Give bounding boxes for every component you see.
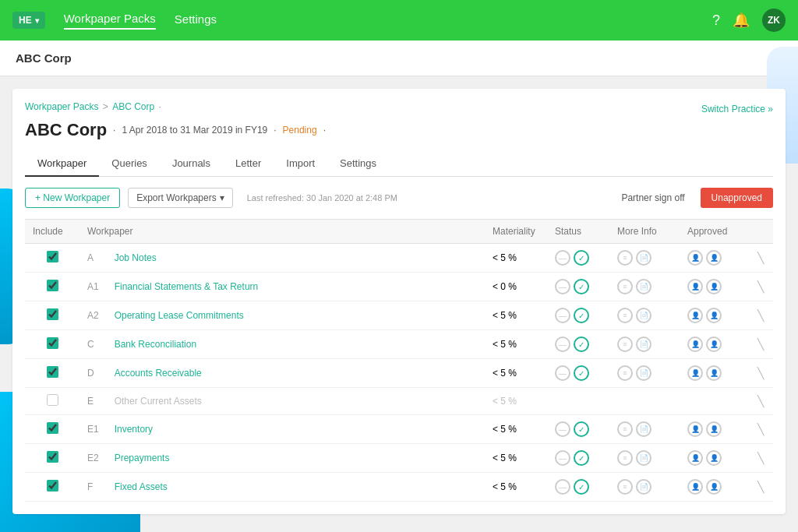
- moreinfo-icon2[interactable]: 📄: [636, 421, 651, 437]
- moreinfo-icon2[interactable]: 📄: [636, 365, 651, 381]
- status-icons: — ✓: [555, 421, 602, 437]
- include-checkbox[interactable]: [47, 394, 58, 406]
- status-icon-check[interactable]: ✓: [574, 450, 589, 466]
- include-checkbox[interactable]: [47, 308, 58, 320]
- nav-logo[interactable]: HE ▾: [12, 12, 45, 29]
- approved-icon2[interactable]: 👤: [706, 279, 722, 294]
- row-action-icon[interactable]: ╲: [757, 481, 764, 493]
- status-icon-check[interactable]: ✓: [574, 279, 589, 294]
- td-action: ╲: [750, 473, 773, 502]
- workpaper-link[interactable]: Financial Statements & Tax Return: [115, 281, 259, 292]
- status-icon-minus[interactable]: —: [555, 250, 570, 266]
- approved-icon2[interactable]: 👤: [706, 421, 722, 437]
- td-code: A1: [79, 273, 107, 301]
- status-icon-minus[interactable]: —: [555, 308, 570, 323]
- moreinfo-icon2[interactable]: 📄: [636, 336, 651, 352]
- row-action-icon[interactable]: ╲: [757, 338, 764, 351]
- row-action-icon[interactable]: ╲: [757, 452, 764, 464]
- avatar[interactable]: ZK: [762, 9, 786, 32]
- approved-icon2[interactable]: 👤: [706, 308, 722, 323]
- workpaper-link[interactable]: Accounts Receivable: [115, 368, 202, 379]
- workpaper-link[interactable]: Bank Reconciliation: [115, 339, 196, 350]
- switch-practice-link[interactable]: Switch Practice »: [701, 104, 773, 115]
- nav-link-workpaper-packs[interactable]: Workpaper Packs: [64, 12, 156, 30]
- moreinfo-icon1[interactable]: ≡: [617, 421, 633, 437]
- tab-letter[interactable]: Letter: [223, 151, 274, 177]
- tab-import[interactable]: Import: [274, 151, 327, 177]
- bell-icon[interactable]: 🔔: [733, 12, 750, 29]
- approved-icon1[interactable]: 👤: [687, 365, 703, 381]
- nav-link-settings[interactable]: Settings: [175, 12, 217, 29]
- status-icon-check[interactable]: ✓: [574, 308, 589, 323]
- include-checkbox[interactable]: [47, 337, 58, 349]
- moreinfo-icon1[interactable]: ≡: [617, 279, 633, 294]
- approved-icon2[interactable]: 👤: [706, 250, 722, 266]
- td-approved: 👤 👤: [680, 444, 750, 473]
- workpaper-link[interactable]: Inventory: [115, 424, 153, 435]
- status-icon-minus[interactable]: —: [555, 279, 570, 294]
- td-status: [547, 388, 609, 415]
- moreinfo-icon1[interactable]: ≡: [617, 479, 633, 495]
- approved-icon1[interactable]: 👤: [687, 308, 703, 323]
- include-checkbox[interactable]: [47, 280, 58, 291]
- client-status[interactable]: Pending: [283, 125, 317, 136]
- moreinfo-icon1[interactable]: ≡: [617, 308, 633, 323]
- export-workpapers-button[interactable]: Export Workpapers ▾: [128, 188, 233, 208]
- approved-icon2[interactable]: 👤: [706, 479, 722, 495]
- include-checkbox[interactable]: [47, 422, 58, 434]
- include-checkbox[interactable]: [47, 480, 58, 491]
- workpaper-link[interactable]: Job Notes: [115, 252, 157, 263]
- approved-icon1[interactable]: 👤: [687, 336, 703, 352]
- approved-icon1[interactable]: 👤: [687, 479, 703, 495]
- moreinfo-icon2[interactable]: 📄: [636, 479, 651, 495]
- approved-icon2[interactable]: 👤: [706, 365, 722, 381]
- moreinfo-icon1[interactable]: ≡: [617, 250, 633, 266]
- status-icon-minus[interactable]: —: [555, 450, 570, 466]
- moreinfo-icon2[interactable]: 📄: [636, 450, 651, 466]
- new-workpaper-button[interactable]: + New Workpaper: [25, 188, 120, 208]
- moreinfo-icon2[interactable]: 📄: [636, 308, 651, 323]
- approved-icon2[interactable]: 👤: [706, 450, 722, 466]
- status-icon-check[interactable]: ✓: [574, 421, 589, 437]
- status-icon-check[interactable]: ✓: [574, 250, 589, 266]
- row-action-icon[interactable]: ╲: [757, 252, 764, 264]
- row-action-icon[interactable]: ╲: [757, 309, 764, 322]
- unapproved-button[interactable]: Unapproved: [701, 188, 773, 208]
- include-checkbox[interactable]: [47, 451, 58, 463]
- row-action-icon[interactable]: ╲: [757, 423, 764, 435]
- moreinfo-icon2[interactable]: 📄: [636, 279, 651, 294]
- tab-settings[interactable]: Settings: [327, 151, 389, 177]
- approved-icon1[interactable]: 👤: [687, 421, 703, 437]
- approved-icon1[interactable]: 👤: [687, 250, 703, 266]
- help-icon[interactable]: ?: [712, 12, 720, 29]
- status-icon-minus[interactable]: —: [555, 479, 570, 495]
- row-action-icon[interactable]: ╲: [757, 280, 764, 293]
- workpaper-link[interactable]: Prepayments: [115, 453, 170, 463]
- td-name: Other Current Assets: [107, 388, 485, 415]
- moreinfo-icon1[interactable]: ≡: [617, 365, 633, 381]
- approved-icon2[interactable]: 👤: [706, 336, 722, 352]
- breadcrumb-abc-corp[interactable]: ABC Corp: [112, 101, 154, 112]
- status-icon-check[interactable]: ✓: [574, 336, 589, 352]
- row-action-icon[interactable]: ╲: [757, 395, 764, 407]
- moreinfo-icon1[interactable]: ≡: [617, 336, 633, 352]
- moreinfo-icon1[interactable]: ≡: [617, 450, 633, 466]
- row-action-icon[interactable]: ╲: [757, 367, 764, 379]
- status-icon-check[interactable]: ✓: [574, 479, 589, 495]
- workpaper-link[interactable]: Operating Lease Commitments: [115, 310, 244, 321]
- approved-icon1[interactable]: 👤: [687, 450, 703, 466]
- include-checkbox[interactable]: [47, 251, 58, 262]
- moreinfo-icon2[interactable]: 📄: [636, 250, 651, 266]
- workpaper-link[interactable]: Fixed Assets: [115, 481, 168, 492]
- status-icon-minus[interactable]: —: [555, 336, 570, 352]
- breadcrumb-workpaper-packs[interactable]: Workpaper Packs: [25, 101, 98, 112]
- include-checkbox[interactable]: [47, 366, 58, 378]
- td-status: — ✓: [547, 473, 609, 502]
- tab-workpaper[interactable]: Workpaper: [25, 151, 99, 177]
- approved-icon1[interactable]: 👤: [687, 279, 703, 294]
- status-icon-minus[interactable]: —: [555, 421, 570, 437]
- status-icon-minus[interactable]: —: [555, 365, 570, 381]
- tab-queries[interactable]: Queries: [99, 151, 160, 177]
- status-icon-check[interactable]: ✓: [574, 365, 589, 381]
- tab-journals[interactable]: Journals: [160, 151, 223, 177]
